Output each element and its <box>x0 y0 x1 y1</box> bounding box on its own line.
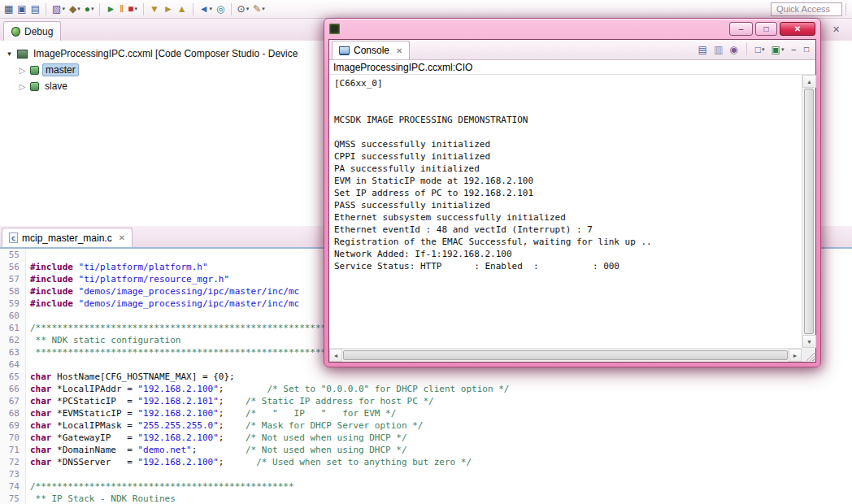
debug-tab-label: Debug <box>24 26 53 37</box>
quick-access-input[interactable]: Quick Access <box>771 2 842 16</box>
resize-grip[interactable] <box>805 351 815 361</box>
console-icon <box>339 46 350 54</box>
collapse-arrow-icon[interactable]: ▷ <box>18 82 27 91</box>
vertical-scroll-thumb[interactable] <box>804 89 814 334</box>
restart-icon[interactable]: ◄▾ <box>198 2 214 17</box>
display-selected-console-icon: □ <box>755 45 761 54</box>
code-text: #include "demos/image_processing/ipc/mas… <box>26 298 299 310</box>
line-number: 56 <box>0 261 26 273</box>
code-segment: *LocalIPAddr = <box>52 384 138 394</box>
c-file-icon: c <box>9 232 18 243</box>
save-icon[interactable]: ▣ <box>15 2 28 17</box>
step-into-icon[interactable]: ▼ <box>148 2 161 17</box>
tab-debug[interactable]: Debug <box>3 21 61 41</box>
code-line[interactable]: 70char *GatewayIP = "192.168.2.100"; /* … <box>0 432 852 444</box>
console-output[interactable]: [C66xx_0]MCSDK IMAGE PROCESSING DEMONSTR… <box>329 75 802 348</box>
close-icon[interactable]: ✕ <box>832 24 840 35</box>
display-selected-console-icon[interactable]: □▾ <box>754 41 767 57</box>
mark-occurrences-icon[interactable]: ✎▾ <box>251 2 267 17</box>
new-file-icon: ▧ <box>52 4 61 14</box>
code-segment: /* Used when set to anything but zero */ <box>224 457 472 467</box>
build-icon[interactable]: ◆▾ <box>67 2 82 17</box>
code-segment: "192.168.2.100" <box>137 384 218 394</box>
suspend-icon[interactable]: ‖ <box>118 2 125 17</box>
code-line[interactable]: 68char *EVMStaticIP = "192.168.2.100"; /… <box>0 407 852 419</box>
code-line[interactable]: 67char *PCStaticIP = "192.168.2.101"; /*… <box>0 395 852 407</box>
grid-view-icon[interactable]: ▦ <box>2 2 15 17</box>
console-tab-close-icon[interactable]: ✕ <box>396 46 402 55</box>
code-segment: char <box>30 371 52 382</box>
code-line[interactable]: 65char HostName[CFG_HOSTNAME_MAX] = {0}; <box>0 371 852 383</box>
console-window-titlebar[interactable]: – □ ✕ <box>329 20 815 37</box>
search-icon[interactable]: ⊙▾ <box>236 2 251 17</box>
scrollbar-corner <box>802 348 815 362</box>
code-segment: "192.168.2.101" <box>137 396 218 406</box>
code-text: char *DNSServer = "192.168.2.100"; /* Us… <box>26 456 472 468</box>
code-segment: *LocalIPMask = <box>52 420 138 431</box>
scroll-down-icon[interactable]: ▼ <box>802 335 816 348</box>
code-segment: *PCStaticIP = <box>52 396 138 406</box>
tab-console[interactable]: Console ✕ <box>332 41 410 59</box>
workbench: ▦▣▤▧▾◆▾●▾►‖■▾▼►▲◄▾◎⊙▾✎▾ Quick Access ✕ D… <box>0 0 852 504</box>
code-text: /***************************************… <box>26 480 294 493</box>
code-segment: "ti/platform/resource_mgr.h" <box>79 274 229 285</box>
code-segment: /* Not used when using DHCP */ <box>197 445 406 455</box>
save-all-icon[interactable]: ▤ <box>29 2 41 17</box>
restart-icon: ◄ <box>199 4 209 14</box>
step-into-icon: ▼ <box>150 4 159 14</box>
view-minimize-icon[interactable]: – <box>789 45 798 54</box>
save-icon: ▣ <box>17 4 26 14</box>
maximize-button[interactable]: □ <box>755 22 777 36</box>
code-line[interactable]: 72char *DNSServer = "192.168.2.100"; /* … <box>0 456 852 468</box>
resume-icon[interactable]: ► <box>104 2 117 17</box>
code-segment: /***************************************… <box>30 481 294 492</box>
minimize-button[interactable]: – <box>729 22 753 36</box>
step-over-icon[interactable]: ► <box>162 2 175 17</box>
code-text: char *LocalIPMask = "255.255.255.0"; /* … <box>26 419 423 432</box>
editor-tab-close-icon[interactable]: ✕ <box>119 233 125 242</box>
clear-console-icon[interactable]: ▤ <box>697 41 709 57</box>
console-line: Registration of the EMAC Successful, wai… <box>334 236 797 248</box>
pin-console-icon[interactable]: ◉ <box>728 41 739 57</box>
scroll-up-icon[interactable]: ▲ <box>802 75 816 88</box>
code-line[interactable]: 75 ** IP Stack - NDK Routines <box>0 493 852 504</box>
code-text: char *GatewayIP = "192.168.2.100"; /* No… <box>26 432 407 444</box>
scroll-left-icon[interactable]: ◄ <box>329 349 342 362</box>
collapse-arrow-icon[interactable]: ▷ <box>18 66 27 75</box>
scroll-right-icon[interactable]: ► <box>789 349 802 362</box>
code-line[interactable]: 69char *LocalIPMask = "255.255.255.0"; /… <box>0 419 852 432</box>
refresh-icon[interactable]: ◎ <box>215 2 226 17</box>
horizontal-scroll-thumb[interactable] <box>343 350 788 360</box>
open-console-icon[interactable]: ▣▾ <box>770 41 786 57</box>
code-segment: HostName[CFG_HOSTNAME_MAX] = {0}; <box>52 371 235 382</box>
horizontal-scrollbar[interactable]: ◄ ► <box>329 348 802 362</box>
expand-arrow-icon[interactable]: ▾ <box>5 50 14 58</box>
vertical-scrollbar[interactable]: ▲ ▼ <box>802 75 815 348</box>
code-text: char *LocalIPAddr = "192.168.2.100"; /* … <box>26 383 509 395</box>
suspend-icon: ‖ <box>120 4 124 14</box>
tree-item-label: ImageProcessingIPC.ccxml [Code Composer … <box>31 47 300 60</box>
dropdown-caret-icon: ▾ <box>781 46 785 53</box>
scroll-lock-icon[interactable]: ▥ <box>712 41 724 57</box>
code-line[interactable]: 66char *LocalIPAddr = "192.168.2.100"; /… <box>0 383 852 395</box>
console-line: Ethernet eventId : 48 and vectId (Interr… <box>334 224 797 236</box>
console-line <box>334 102 797 114</box>
code-line[interactable]: 73 <box>0 468 852 480</box>
console-window-client: Console ✕ ▤▥◉□▾▣▾ – □ ImageProcessingIPC… <box>328 39 816 363</box>
step-return-icon[interactable]: ▲ <box>176 2 189 17</box>
toolbar-separator <box>143 3 144 15</box>
close-button[interactable]: ✕ <box>780 22 815 36</box>
code-text <box>26 358 30 371</box>
terminate-icon[interactable]: ■▾ <box>126 2 139 17</box>
tab-mcip-master-main[interactable]: c mcip_master_main.c ✕ <box>2 228 133 247</box>
line-number: 60 <box>0 310 26 322</box>
toolbar-icons: ▦▣▤▧▾◆▾●▾►‖■▾▼►▲◄▾◎⊙▾✎▾ <box>2 2 267 17</box>
view-maximize-icon[interactable]: □ <box>802 45 811 54</box>
new-file-icon[interactable]: ▧▾ <box>50 2 67 17</box>
build-icon: ◆ <box>69 4 76 14</box>
dropdown-caret-icon: ▾ <box>210 6 213 12</box>
debug-icon[interactable]: ●▾ <box>83 2 96 17</box>
code-line[interactable]: 71char *DomainName = "demo.net"; /* Not … <box>0 444 852 456</box>
console-line: [C66xx_0] <box>334 77 797 89</box>
code-line[interactable]: 74/*************************************… <box>0 480 852 493</box>
